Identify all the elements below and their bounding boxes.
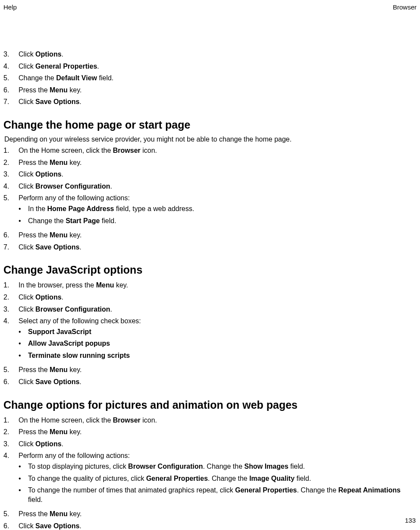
ordered-list: 1.In the browser, press the Menu key.2.C… xyxy=(3,281,417,386)
list-item: 4.Select any of the following check boxe… xyxy=(3,316,417,363)
list-text: Press the Menu key. xyxy=(19,85,417,95)
list-number: 3. xyxy=(3,439,19,449)
list-item: 2.Click Options. xyxy=(3,293,417,302)
bold-term: Terminate slow running scripts xyxy=(28,352,130,359)
list-number: 3. xyxy=(3,50,19,59)
list-item: 4.Click Browser Configuration. xyxy=(3,182,417,191)
list-number: 3. xyxy=(3,305,19,314)
page-content: 3.Click Options.4.Click General Properti… xyxy=(3,50,417,530)
sub-list-item: •Allow JavaScript popups xyxy=(19,339,417,348)
list-item: 1.On the Home screen, click the Browser … xyxy=(3,416,417,425)
list-number: 5. xyxy=(3,509,19,519)
bold-term: Show Images xyxy=(244,463,288,470)
section-heading: Change the home page or start page xyxy=(3,119,417,131)
bold-term: Menu xyxy=(50,510,68,517)
bold-term: Browser Configuration xyxy=(35,306,110,313)
list-text: Press the Menu key. xyxy=(19,158,417,167)
list-text: In the browser, press the Menu key. xyxy=(19,281,417,290)
bold-term: Options xyxy=(35,440,61,448)
bullet-icon: • xyxy=(19,204,28,214)
list-number: 7. xyxy=(3,97,19,107)
bullet-icon: • xyxy=(19,216,28,226)
bold-term: Home Page Address xyxy=(47,205,114,212)
page-header: Help Browser xyxy=(3,3,417,11)
bold-term: Options xyxy=(35,50,61,58)
section-intro: Depending on your wireless service provi… xyxy=(4,136,417,143)
list-text: Press the Menu key. xyxy=(19,509,417,519)
list-number: 7. xyxy=(3,243,19,252)
list-text: Press the Menu key. xyxy=(19,230,417,240)
list-item: 5.Press the Menu key. xyxy=(3,509,417,519)
list-item: 7.Click Save Options. xyxy=(3,243,417,252)
bold-term: Menu xyxy=(50,231,68,239)
sub-list-item: •To stop displaying pictures, click Brow… xyxy=(19,462,417,471)
list-number: 1. xyxy=(3,281,19,290)
list-item: 3.Click Browser Configuration. xyxy=(3,305,417,314)
sub-list-text: To stop displaying pictures, click Brows… xyxy=(28,462,417,471)
ordered-list: 1.On the Home screen, click the Browser … xyxy=(3,146,417,252)
list-item: 4.Click General Properties. xyxy=(3,62,417,71)
list-text: Perform any of the following actions:•In… xyxy=(19,193,417,228)
ordered-list: 3.Click Options.4.Click General Properti… xyxy=(3,50,417,107)
list-number: 2. xyxy=(3,427,19,437)
bold-term: Menu xyxy=(50,159,68,166)
list-text: Click Save Options. xyxy=(19,97,417,107)
bold-term: Options xyxy=(35,170,61,178)
list-number: 4. xyxy=(3,316,19,363)
bold-term: Browser Configuration xyxy=(128,463,203,470)
list-item: 3.Click Options. xyxy=(3,439,417,449)
list-number: 6. xyxy=(3,521,19,530)
list-number: 1. xyxy=(3,416,19,425)
list-item: 6.Press the Menu key. xyxy=(3,85,417,95)
list-item: 1.On the Home screen, click the Browser … xyxy=(3,146,417,155)
sub-list: •To stop displaying pictures, click Brow… xyxy=(19,462,417,504)
bold-term: Save Options xyxy=(35,98,79,105)
bold-term: Options xyxy=(35,293,61,301)
list-number: 6. xyxy=(3,377,19,387)
bullet-icon: • xyxy=(19,462,28,471)
section-heading: Change options for pictures and animatio… xyxy=(3,399,417,411)
list-item: 3.Click Options. xyxy=(3,50,417,59)
list-item: 6.Click Save Options. xyxy=(3,521,417,530)
bold-term: Browser xyxy=(113,416,141,424)
bold-term: Image Quality xyxy=(249,475,295,482)
list-item: 2.Press the Menu key. xyxy=(3,427,417,437)
list-text: On the Home screen, click the Browser ic… xyxy=(19,146,417,155)
list-number: 5. xyxy=(3,365,19,375)
list-number: 1. xyxy=(3,146,19,155)
list-text: Press the Menu key. xyxy=(19,365,417,375)
bold-term: Menu xyxy=(50,366,68,373)
list-text: Click Options. xyxy=(19,439,417,449)
bold-term: Save Options xyxy=(35,243,79,251)
sub-list-text: To change the number of times that anima… xyxy=(28,486,417,504)
bold-term: Repeat Animations xyxy=(339,486,401,494)
bold-term: Menu xyxy=(50,86,68,94)
list-item: 5.Change the Default View field. xyxy=(3,73,417,83)
sub-list-item: •In the Home Page Address field, type a … xyxy=(19,204,417,214)
list-text: Select any of the following check boxes:… xyxy=(19,316,417,363)
bold-term: Allow JavaScript popups xyxy=(28,340,110,347)
bullet-icon: • xyxy=(19,474,28,483)
list-item: 6.Press the Menu key. xyxy=(3,230,417,240)
list-text: Click Options. xyxy=(19,170,417,179)
list-item: 2.Press the Menu key. xyxy=(3,158,417,167)
sub-list-item: •To change the number of times that anim… xyxy=(19,486,417,504)
bold-term: General Properties xyxy=(235,486,297,494)
sub-list-item: •Terminate slow running scripts xyxy=(19,351,417,360)
list-number: 2. xyxy=(3,293,19,302)
bullet-icon: • xyxy=(19,351,28,360)
sub-list-item: •To change the quality of pictures, clic… xyxy=(19,474,417,483)
list-number: 5. xyxy=(3,193,19,228)
list-item: 5.Press the Menu key. xyxy=(3,365,417,375)
list-text: Click General Properties. xyxy=(19,62,417,71)
bold-term: Browser Configuration xyxy=(35,183,110,190)
list-text: Click Browser Configuration. xyxy=(19,182,417,191)
list-number: 3. xyxy=(3,170,19,179)
list-item: 7.Click Save Options. xyxy=(3,97,417,107)
page-number: 133 xyxy=(405,517,416,524)
list-text: Perform any of the following actions:•To… xyxy=(19,451,417,507)
bullet-icon: • xyxy=(19,327,28,337)
bold-term: Browser xyxy=(113,147,141,154)
bold-term: General Properties xyxy=(35,63,97,70)
bold-term: General Properties xyxy=(146,475,208,482)
